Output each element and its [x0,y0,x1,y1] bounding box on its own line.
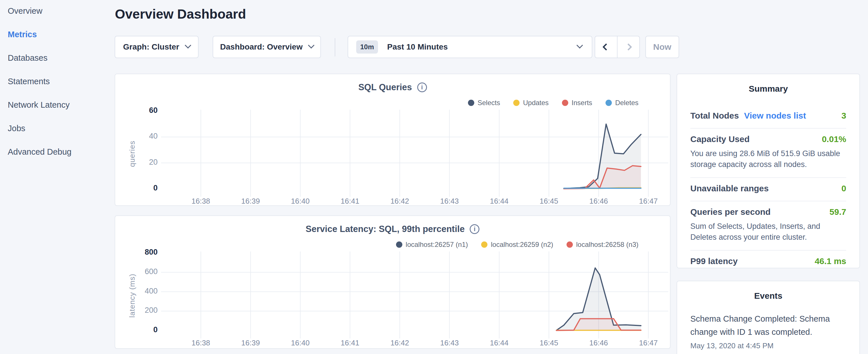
x-axis-tick-label: 16:41 [330,339,370,347]
summary-row-label: Unavailable ranges [690,184,769,193]
y-axis-tick-label: 400 [118,287,158,296]
summary-row-caption: You are using 28.6 MiB of 515.9 GiB usab… [690,148,846,170]
x-axis-tick-label: 16:42 [380,197,420,206]
chart-svg [161,108,668,199]
summary-row-label: Total Nodes [690,111,739,121]
legend-dot-icon [562,100,568,106]
chart-plot-area [161,250,668,341]
summary-row-label: Queries per second [690,207,771,217]
sidebar-item-network-latency[interactable]: Network Latency [8,100,109,124]
info-icon[interactable]: i [417,83,427,92]
time-forward-button[interactable] [618,36,639,58]
now-button[interactable]: Now [645,36,679,58]
view-nodes-list-link[interactable]: View nodes list [744,111,806,121]
legend-dot-icon [481,242,488,248]
chevron-left-icon [602,43,610,51]
sidebar-item-databases[interactable]: Databases [8,53,109,77]
legend-label: localhost:26259 (n2) [491,240,553,249]
x-axis-tick-label: 16:39 [230,339,271,347]
y-axis-tick-label: 800 [118,248,158,257]
legend-item: Selects [468,99,500,107]
summary-panel: Summary Total NodesView nodes list3Capac… [677,74,860,268]
legend-dot-icon [396,242,402,248]
x-axis-tick-label: 16:39 [230,197,271,206]
chevron-down-icon [185,42,191,49]
y-axis-tick-label: 0 [118,325,158,334]
summary-title: Summary [690,84,846,94]
legend-dot-icon [606,100,612,106]
sidebar-item-metrics[interactable]: Metrics [8,30,109,53]
legend-label: Updates [523,99,549,107]
legend-label: Selects [478,99,500,107]
event-timestamp: May 13, 2020 at 4:45 PM [690,342,846,350]
x-axis-tick-label: 16:38 [181,197,221,206]
summary-row: Unavailable ranges0 [690,177,846,201]
x-axis-tick-label: 16:44 [479,197,519,206]
x-axis-tick-label: 16:44 [479,339,519,347]
legend-item: Updates [513,99,549,107]
legend-label: Inserts [572,99,592,107]
legend-label: localhost:26258 (n3) [576,240,639,249]
chart-legend: localhost:26257 (n1)localhost:26259 (n2)… [396,240,639,249]
summary-row-label: P99 latency [690,256,738,266]
toolbar-divider [335,38,335,57]
sidebar-item-jobs[interactable]: Jobs [8,124,109,147]
chart-legend: SelectsUpdatesInsertsDeletes [468,99,639,107]
graph-scope-dropdown[interactable]: Graph: Cluster [115,36,198,58]
time-back-button[interactable] [595,36,618,58]
sidebar-item-label: Overview [8,6,42,16]
time-range-badge: 10m [356,40,378,54]
event-text: Schema Change Completed: Schema change w… [690,312,846,339]
summary-row-value: 59.7 [830,207,846,217]
legend-dot-icon [513,100,520,106]
sidebar-item-label: Metrics [8,30,37,39]
x-axis-tick-label: 16:47 [628,197,669,206]
sidebar-item-label: Statements [8,77,50,86]
y-axis-tick-label: 20 [118,158,158,167]
x-axis-tick-label: 16:42 [380,339,420,347]
info-icon[interactable]: i [470,224,479,234]
x-axis-tick-label: 16:40 [280,339,320,347]
x-axis-tick-label: 16:43 [429,197,469,206]
summary-row: Total NodesView nodes list3 [690,105,846,128]
sidebar-item-label: Databases [8,53,48,63]
chart-title: Service Latency: SQL, 99th percentile [306,224,465,234]
chevron-right-icon [625,43,632,51]
legend-item: localhost:26259 (n2) [481,240,553,249]
summary-row: Capacity Used0.01%You are using 28.6 MiB… [690,128,846,177]
sidebar-item-label: Network Latency [8,100,70,110]
summary-row: P99 latency46.1 ms [690,250,846,273]
dashboard-dropdown[interactable]: Dashboard: Overview [213,36,321,58]
y-axis-tick-label: 0 [118,184,158,192]
x-axis-tick-label: 16:45 [529,339,569,347]
sidebar-item-overview[interactable]: Overview [8,6,109,30]
summary-row-value: 46.1 ms [815,256,846,266]
legend-item: Deletes [606,99,639,107]
chart-svg [161,250,668,341]
chevron-down-icon [577,42,583,49]
legend-dot-icon [468,100,474,106]
summary-rows: Total NodesView nodes list3Capacity Used… [690,105,846,273]
sidebar-item-advanced-debug[interactable]: Advanced Debug [8,147,109,171]
x-axis-tick-label: 16:43 [429,339,469,347]
chevron-down-icon [308,42,315,49]
summary-row-value: 3 [841,111,846,121]
app-screen: OverviewMetricsDatabasesStatementsNetwor… [0,0,868,354]
sidebar-nav: OverviewMetricsDatabasesStatementsNetwor… [0,0,109,171]
graph-scope-label: Graph: Cluster [123,42,179,52]
time-range-dropdown[interactable]: 10m Past 10 Minutes [348,36,592,58]
events-list: Schema Change Completed: Schema change w… [690,312,846,350]
summary-row-caption: Sum of Selects, Updates, Inserts, and De… [690,221,846,243]
sidebar-item-label: Advanced Debug [8,147,72,157]
events-panel: Events Schema Change Completed: Schema c… [677,281,860,354]
sidebar-item-statements[interactable]: Statements [8,77,109,100]
summary-row-value: 0.01% [822,134,846,144]
legend-dot-icon [566,242,573,248]
summary-row-value: 0 [841,184,846,193]
x-axis-tick-label: 16:46 [579,339,619,347]
dashboard-label: Dashboard: Overview [220,42,303,52]
legend-item: localhost:26257 (n1) [396,240,468,249]
service-latency-chart-card: Service Latency: SQL, 99th percentile i … [115,215,671,349]
x-axis-tick-label: 16:46 [579,197,619,206]
x-axis-tick-label: 16:47 [628,339,669,347]
